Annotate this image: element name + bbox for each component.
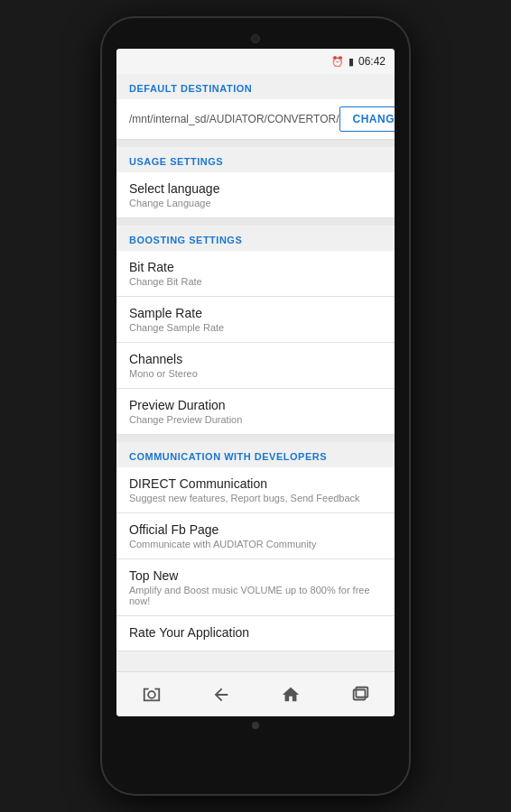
boosting-settings-section: BOOSTING SETTINGS <box>116 226 395 251</box>
communication-settings-group: DIRECT Communication Suggest new feature… <box>116 467 395 651</box>
channels-subtitle: Mono or Stereo <box>129 368 382 379</box>
default-destination-section: DEFAULT DESTINATION <box>116 74 395 99</box>
battery-icon: ▮ <box>348 56 354 68</box>
home-nav-button[interactable] <box>278 682 303 707</box>
official-fb-title: Official Fb Page <box>129 522 382 537</box>
status-time: 06:42 <box>358 55 386 68</box>
home-dot <box>252 722 259 729</box>
bit-rate-title: Bit Rate <box>129 260 382 274</box>
phone-frame: ⏰ ▮ 06:42 DEFAULT DESTINATION /mnt/inter… <box>102 18 409 794</box>
default-destination-header: DEFAULT DESTINATION <box>116 74 395 99</box>
sample-rate-subtitle: Change Sample Rate <box>129 322 382 333</box>
channels-item[interactable]: Channels Mono or Stereo <box>116 343 395 389</box>
direct-communication-title: DIRECT Communication <box>129 476 382 491</box>
phone-screen: ⏰ ▮ 06:42 DEFAULT DESTINATION /mnt/inter… <box>116 49 395 716</box>
official-fb-item[interactable]: Official Fb Page Communicate with AUDIAT… <box>116 513 395 559</box>
sample-rate-title: Sample Rate <box>129 306 382 320</box>
usage-settings-group: Select language Change Language <box>116 172 395 218</box>
destination-row: /mnt/internal_sd/AUDIATOR/CONVERTOR/ CHA… <box>116 99 395 140</box>
top-new-subtitle: Amplify and Boost music VOLUME up to 800… <box>129 585 382 606</box>
status-icons: ⏰ ▮ 06:42 <box>331 55 386 68</box>
home-nav-icon <box>281 685 301 705</box>
official-fb-subtitle: Communicate with AUDIATOR Community <box>129 539 382 549</box>
boosting-settings-header: BOOSTING SETTINGS <box>116 226 395 251</box>
section-divider-2 <box>116 218 395 226</box>
camera-nav-icon <box>142 685 162 705</box>
bit-rate-subtitle: Change Bit Rate <box>129 276 382 287</box>
change-button[interactable]: CHANGE <box>339 106 395 132</box>
preview-duration-item[interactable]: Preview Duration Change Preview Duration <box>116 389 395 435</box>
usage-settings-section: USAGE SETTINGS <box>116 147 395 172</box>
top-new-item[interactable]: Top New Amplify and Boost music VOLUME u… <box>116 559 395 616</box>
top-new-title: Top New <box>129 568 382 583</box>
section-divider-1 <box>116 140 395 147</box>
home-bar <box>252 722 259 729</box>
usage-settings-header: USAGE SETTINGS <box>116 147 395 172</box>
sample-rate-item[interactable]: Sample Rate Change Sample Rate <box>116 297 395 343</box>
camera-dot <box>251 34 260 43</box>
rate-application-title: Rate Your Application <box>129 625 382 640</box>
alarm-icon: ⏰ <box>331 56 344 68</box>
destination-path: /mnt/internal_sd/AUDIATOR/CONVERTOR/ <box>129 113 339 125</box>
communication-header: COMMUNICATION WITH DEVELOPERS <box>116 442 395 467</box>
select-language-title: Select language <box>129 181 382 196</box>
back-nav-button[interactable] <box>209 682 234 707</box>
direct-communication-item[interactable]: DIRECT Communication Suggest new feature… <box>116 467 395 513</box>
screen-content[interactable]: DEFAULT DESTINATION /mnt/internal_sd/AUD… <box>116 74 395 671</box>
preview-duration-title: Preview Duration <box>129 398 382 412</box>
select-language-item[interactable]: Select language Change Language <box>116 172 395 218</box>
communication-section: COMMUNICATION WITH DEVELOPERS <box>116 442 395 467</box>
back-nav-icon <box>211 685 231 705</box>
select-language-subtitle: Change Language <box>129 198 382 208</box>
bit-rate-item[interactable]: Bit Rate Change Bit Rate <box>116 251 395 297</box>
boosting-settings-group: Bit Rate Change Bit Rate Sample Rate Cha… <box>116 251 395 435</box>
direct-communication-subtitle: Suggest new features, Report bugs, Send … <box>129 493 382 503</box>
status-bar: ⏰ ▮ 06:42 <box>116 49 395 74</box>
channels-title: Channels <box>129 352 382 366</box>
preview-duration-subtitle: Change Preview Duration <box>129 414 382 425</box>
bottom-nav <box>116 671 395 716</box>
recent-nav-icon <box>350 685 370 705</box>
camera-nav-button[interactable] <box>139 682 164 707</box>
section-divider-3 <box>116 435 395 442</box>
recent-nav-button[interactable] <box>348 682 373 707</box>
rate-application-item[interactable]: Rate Your Application <box>116 616 395 651</box>
